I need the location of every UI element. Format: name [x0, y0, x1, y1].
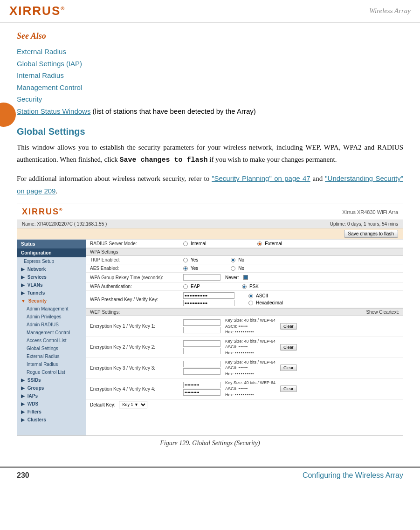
sc-radio-psk[interactable] [242, 284, 247, 289]
page-header: XIRRUS® Wireless Array [0, 0, 420, 23]
sc-preshared-label: WPA Preshared Key / Verify Key: [90, 297, 183, 302]
sc-aes-row: AES Enabled: Yes No [86, 264, 403, 273]
sc-radius-internal-label: Internal [191, 241, 206, 246]
link-global-settings-iap[interactable]: Global Settings (IAP) [17, 58, 403, 70]
sc-sidebar-express-setup[interactable]: Express Setup [17, 257, 86, 265]
sc-sidebar-admin-management[interactable]: Admin Management [17, 305, 86, 313]
link-security[interactable]: Security [17, 93, 403, 105]
sc-key1-ascii-dots: ••••• [239, 324, 248, 329]
sc-enc-key1-row: Encryption Key 1 / Verify Key 1: Key Siz… [86, 316, 403, 337]
sc-sidebar-access-control-list[interactable]: Access Control List [17, 337, 86, 344]
sc-key2-hex-dots: •••••••••• [235, 351, 255, 355]
sc-eap-label: EAP [191, 284, 200, 289]
sc-radio-aes-yes[interactable] [183, 266, 188, 271]
sc-hex-group: Hexadecimal [248, 300, 283, 305]
sc-radio-hex[interactable] [248, 301, 253, 305]
sc-enc-key2-input[interactable] [183, 340, 220, 347]
sc-sidebar-vlans[interactable]: ▶ VLANs [17, 281, 86, 289]
sc-enc-key4-row: Encryption Key 4 / Verify Key 4: Key Siz… [86, 379, 403, 399]
sc-radio-aes-no[interactable] [231, 266, 235, 271]
sc-rekey-never-label: Never: [225, 275, 239, 280]
sc-enc-key1-verify-input[interactable] [183, 327, 220, 333]
sc-radio-external[interactable] [257, 241, 262, 246]
footer-section: Configuring the Wireless Array [303, 471, 403, 480]
page-footer: 230 Configuring the Wireless Array [0, 467, 420, 483]
sc-sidebar-status[interactable]: Status [17, 240, 86, 248]
sc-key1-info: Key Size: 40 bits / WEP-64 ASCII: ••••• … [225, 317, 275, 335]
sc-sidebar-ssids[interactable]: ▶ SSIDs [17, 376, 86, 384]
sc-clear-key1-button[interactable]: Clear [280, 323, 297, 330]
sc-default-key-label: Default Key: [90, 402, 115, 407]
sc-sidebar-external-radius[interactable]: External Radius [17, 352, 86, 360]
sc-enc-key4-verify-input[interactable] [183, 389, 220, 396]
sc-enc-key4-input[interactable] [183, 382, 220, 388]
sc-save-changes-button[interactable]: Save changes to flash [344, 230, 398, 238]
sc-enc-key3-verify-input[interactable] [183, 368, 220, 375]
sc-show-cleartext: Show Cleartext: [366, 310, 399, 315]
link-internal-radius[interactable]: Internal Radius [17, 69, 403, 82]
global-settings-title: Global Settings [17, 126, 403, 137]
sc-ascii-label: ASCII [256, 293, 268, 298]
sc-radio-tkip-no[interactable] [231, 258, 235, 262]
see-also-links: External Radius Global Settings (IAP) In… [17, 46, 403, 117]
sc-wpa-header: WPA Settings [86, 248, 403, 256]
sc-radio-ascii[interactable] [248, 294, 253, 298]
sc-radio-tkip-yes[interactable] [183, 258, 188, 262]
link-management-control[interactable]: Management Control [17, 82, 403, 94]
sc-enc-key2-verify-input[interactable] [183, 348, 220, 354]
sc-sidebar-clusters[interactable]: ▶ Clusters [17, 416, 86, 424]
logo-text: XIRRUS® [9, 4, 65, 18]
sc-enc-key1-input[interactable] [183, 319, 220, 326]
sc-key3-size: 40 bits / WEP-64 [244, 360, 276, 365]
sc-rekey-input[interactable] [183, 274, 220, 281]
sc-preshared-key-input[interactable] [183, 292, 234, 299]
sc-sidebar-network[interactable]: ▶ Network [17, 265, 86, 273]
sc-radio-internal[interactable] [183, 241, 188, 246]
sc-default-key-select[interactable]: Key 1 ▼ Key 2 Key 3 Key 4 [119, 401, 147, 408]
sc-sidebar-rogue-control[interactable]: Rogue Control List [17, 368, 86, 376]
sc-sidebar-tunnels[interactable]: ▶ Tunnels [17, 289, 86, 297]
sc-sidebar-services[interactable]: ▶ Services [17, 273, 86, 281]
sc-enc-key3-label: Encryption Key 3 / Verify Key 3: [90, 365, 183, 371]
sc-sidebar-iaps[interactable]: ▶ IAPs [17, 392, 86, 400]
sc-default-key-row: Default Key: Key 1 ▼ Key 2 Key 3 Key 4 [86, 399, 403, 410]
screenshot: XIRRUS® Xirrus XR4830 WiFi Arra Name: XR… [17, 204, 403, 436]
sc-aes-label: AES Enabled: [90, 266, 183, 271]
sc-enc-key3-row: Encryption Key 3 / Verify Key 3: Key Siz… [86, 358, 403, 379]
sc-clear-key2-button[interactable]: Clear [280, 344, 297, 351]
sc-radius-internal-group: Internal [183, 241, 206, 246]
sc-sidebar-admin-privileges[interactable]: Admin Privileges [17, 313, 86, 321]
sc-sidebar-global-settings[interactable]: Global Settings [17, 344, 86, 352]
sc-sidebar-groups[interactable]: ▶ Groups [17, 384, 86, 392]
sc-sidebar-admin-radius[interactable]: Admin RADIUS [17, 321, 86, 329]
sc-rekey-never-checkbox[interactable] [243, 275, 248, 280]
sc-sidebar-management-control[interactable]: Management Control [17, 329, 86, 337]
link-understanding-security[interactable]: "Understanding Security" on page 209 [17, 174, 403, 195]
sc-radio-eap[interactable] [183, 284, 188, 289]
sc-sidebar-configuration[interactable]: Configuration [17, 248, 86, 257]
sc-form-area: RADIUS Server Mode: Internal External WP… [86, 240, 403, 435]
sc-enc-key2-label: Encryption Key 2 / Verify Key 2: [90, 344, 183, 350]
sc-sidebar-filters[interactable]: ▶ Filters [17, 408, 86, 416]
sc-rekey-values: Never: [183, 274, 399, 281]
body-paragraph-2: For additional information about wireles… [17, 172, 403, 197]
sc-sidebar-wds[interactable]: ▶ WDS [17, 400, 86, 408]
sc-enc-key4-label: Encryption Key 4 / Verify Key 4: [90, 386, 183, 392]
sc-status-bar: Name: XR4012002207C ( 192.168.1.55 ) Upt… [17, 220, 403, 228]
logo-x: X [9, 4, 18, 18]
logo: XIRRUS® [9, 4, 65, 18]
sc-enc-key3-input[interactable] [183, 361, 220, 367]
sc-radius-values: Internal External [183, 241, 399, 246]
sc-clear-key3-button[interactable]: Clear [280, 365, 297, 371]
sc-clear-key4-button[interactable]: Clear [280, 385, 297, 392]
link-security-planning[interactable]: "Security Planning" on page 47 [212, 174, 310, 182]
link-external-radius[interactable]: External Radius [17, 46, 403, 58]
link-station-status[interactable]: Station Status Windows [17, 107, 90, 115]
sc-enc-key4-values: Key Size: 40 bits / WEP-64 ASCII: ••••• … [183, 380, 399, 398]
sc-sidebar-security-group[interactable]: ▼ Security [17, 297, 86, 305]
sc-sidebar-internal-radius[interactable]: Internal Radius [17, 360, 86, 368]
sc-tkip-no-label: No [238, 257, 244, 262]
main-content: See Also External Radius Global Settings… [0, 23, 420, 462]
sc-preshared-verify-input[interactable] [183, 300, 234, 306]
sc-hex-label: Hexadecimal [256, 300, 283, 305]
